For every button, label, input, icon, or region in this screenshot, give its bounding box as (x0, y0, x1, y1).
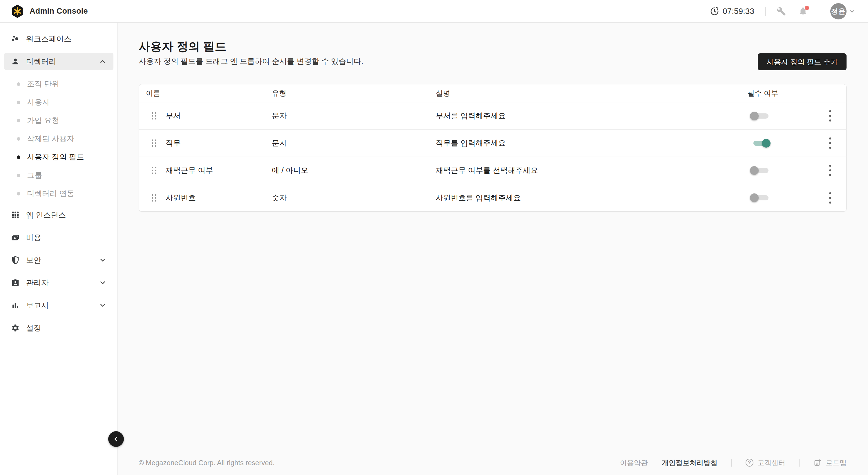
sidebar-subitem-join-requests[interactable]: 가입 요청 (0, 112, 118, 130)
row-menu-kebab-icon[interactable] (827, 134, 834, 152)
field-description: 재택근무 여부를 선택해주세요 (436, 165, 747, 176)
sidebar-subitem-deleted-users[interactable]: 삭제된 사용자 (0, 130, 118, 148)
badge-icon (11, 278, 20, 287)
directory-submenu: 조직 단위 사용자 가입 요청 삭제된 사용자 (0, 74, 118, 204)
required-toggle[interactable] (750, 110, 772, 122)
sidebar-item-reports[interactable]: 보고서 (0, 297, 118, 318)
roadmap-link[interactable]: 로드맵 (813, 458, 846, 468)
table-row: 재택근무 여부 예 / 아니오 재택근무 여부를 선택해주세요 (139, 157, 846, 184)
app-logo-icon (11, 4, 24, 18)
sidebar-item-label: 비용 (26, 232, 41, 243)
field-name: 사원번호 (166, 193, 196, 203)
bar-chart-icon (11, 301, 20, 310)
topbar-divider (765, 7, 766, 15)
gear-icon (11, 324, 20, 332)
drag-handle-icon[interactable] (151, 193, 158, 203)
sidebar-item-label: 워크스페이스 (26, 34, 71, 44)
field-description: 사원번호를 입력해주세요 (436, 193, 747, 203)
field-description: 부서를 입력해주세요 (436, 111, 747, 121)
required-toggle[interactable] (750, 165, 772, 176)
sidebar-subitem-users[interactable]: 사용자 (0, 93, 118, 112)
bullet-icon (17, 119, 20, 122)
user-menu-chevron-down-icon[interactable] (849, 8, 855, 14)
chevron-down-icon (99, 279, 106, 286)
row-menu-kebab-icon[interactable] (827, 189, 834, 207)
wallet-icon (11, 233, 20, 242)
main-content: 사용자 정의 필드 사용자 정의 필드를 드래그 앤 드롭하여 순서를 변경할 … (118, 23, 868, 475)
footer-links: 이용약관 개인정보처리방침 ? 고객센터 (620, 458, 846, 468)
column-header-required: 필수 여부 (747, 89, 846, 98)
privacy-policy-link[interactable]: 개인정보처리방침 (662, 458, 717, 468)
bullet-icon (17, 155, 20, 159)
help-center-link[interactable]: ? 고객센터 (746, 458, 785, 468)
column-header-description: 설명 (436, 89, 747, 98)
sidebar-item-label: 관리자 (26, 278, 49, 288)
row-menu-kebab-icon[interactable] (827, 107, 834, 124)
row-menu-kebab-icon[interactable] (827, 162, 834, 179)
add-custom-field-button[interactable]: 사용자 정의 필드 추가 (758, 53, 846, 70)
column-header-name: 이름 (139, 89, 272, 98)
sidebar-item-workspace[interactable]: 워크스페이스 (0, 30, 118, 51)
field-name: 직무 (166, 138, 181, 148)
sidebar-item-security[interactable]: 보안 (0, 251, 118, 272)
field-name: 부서 (166, 111, 181, 121)
column-header-type: 유형 (272, 89, 436, 98)
table-row: 부서 문자 부서를 입력해주세요 (139, 102, 846, 130)
table-header-row: 이름 유형 설명 필수 여부 (139, 84, 846, 102)
footer-divider (731, 459, 732, 467)
bullet-icon (17, 192, 20, 195)
content-header: 사용자 정의 필드 사용자 정의 필드를 드래그 앤 드롭하여 순서를 변경할 … (139, 39, 846, 66)
sidebar-collapse-button[interactable] (108, 431, 124, 447)
shield-icon (11, 256, 20, 264)
admin-console-page: Admin Console 07:59:33 (0, 0, 868, 475)
drag-handle-icon[interactable] (151, 138, 158, 148)
footer: © MegazoneCloud Corp. All rights reserve… (139, 450, 846, 475)
notifications-bell-icon[interactable] (798, 6, 808, 16)
drag-handle-icon[interactable] (151, 166, 158, 175)
session-clock-icon[interactable] (709, 6, 720, 17)
chevron-down-icon (99, 256, 106, 264)
page-title: 사용자 정의 필드 (139, 39, 363, 53)
sidebar-item-directory[interactable]: 디렉터리 (0, 53, 118, 74)
sidebar-item-app-instances[interactable]: 앱 인스턴스 (0, 206, 118, 227)
sidebar-item-label: 보안 (26, 255, 41, 265)
custom-fields-table: 이름 유형 설명 필수 여부 부서 문자 부서를 입력해주세요 (139, 84, 846, 212)
field-description: 직무를 입력해주세요 (436, 138, 747, 148)
bullet-icon (17, 101, 20, 104)
grid-icon (11, 211, 20, 219)
terms-link[interactable]: 이용약관 (620, 458, 648, 468)
field-type: 예 / 아니오 (272, 165, 436, 176)
app-title: Admin Console (30, 7, 88, 15)
sidebar-subitem-directory-sync[interactable]: 디렉터리 연동 (0, 184, 118, 203)
page-subtitle: 사용자 정의 필드를 드래그 앤 드롭하여 순서를 변경할 수 있습니다. (139, 57, 363, 66)
chevron-down-icon (99, 302, 106, 309)
sidebar: 워크스페이스 디렉터리 (0, 23, 118, 475)
required-toggle[interactable] (750, 137, 772, 149)
required-toggle[interactable] (750, 192, 772, 203)
roadmap-doc-icon (813, 459, 822, 467)
brand[interactable]: Admin Console (11, 4, 88, 18)
field-type: 문자 (272, 111, 436, 121)
help-icon: ? (746, 459, 753, 467)
user-avatar[interactable]: 정윤 (830, 3, 846, 20)
workspace-icon (11, 34, 20, 43)
table-row: 직무 문자 직무를 입력해주세요 (139, 130, 846, 157)
bullet-icon (17, 137, 20, 140)
sidebar-item-label: 앱 인스턴스 (26, 210, 66, 220)
bullet-icon (17, 174, 20, 177)
sidebar-item-settings[interactable]: 설정 (0, 319, 118, 340)
sidebar-item-label: 보고서 (26, 300, 49, 311)
sidebar-subitem-custom-fields[interactable]: 사용자 정의 필드 (0, 148, 118, 166)
footer-divider (799, 459, 800, 467)
sidebar-nav: 워크스페이스 디렉터리 (0, 30, 118, 340)
wrench-icon[interactable] (777, 7, 786, 16)
sidebar-item-admin[interactable]: 관리자 (0, 274, 118, 295)
topbar-divider (819, 7, 819, 15)
sidebar-item-cost[interactable]: 비용 (0, 229, 118, 250)
drag-handle-icon[interactable] (151, 111, 158, 121)
sidebar-item-label: 디렉터리 (26, 57, 56, 67)
sidebar-subitem-org-units[interactable]: 조직 단위 (0, 75, 118, 93)
topbar: Admin Console 07:59:33 (0, 0, 868, 23)
sidebar-subitem-groups[interactable]: 그룹 (0, 166, 118, 184)
notification-badge (805, 6, 809, 10)
